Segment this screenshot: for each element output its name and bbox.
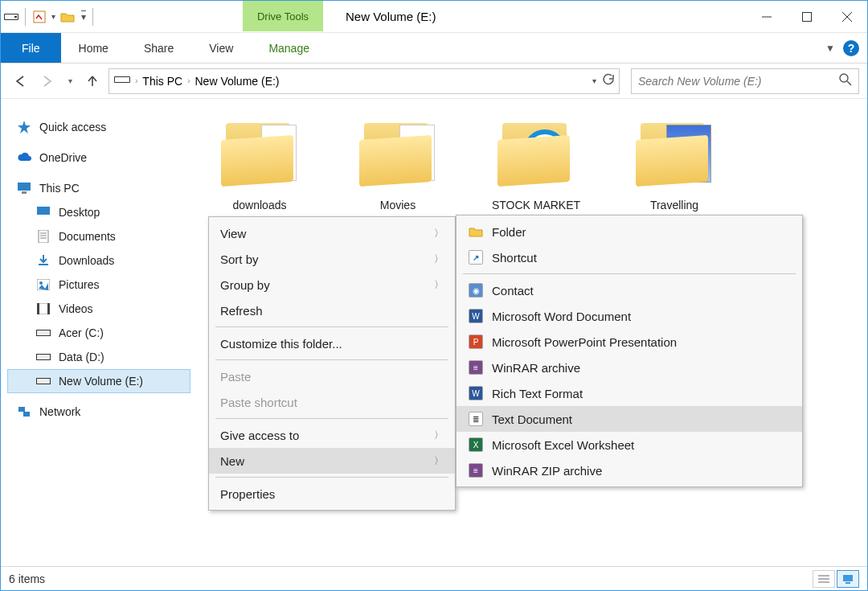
menu-item-sort-by[interactable]: Sort by〉 [209,246,455,272]
sidebar-item-label: Downloads [59,254,114,267]
submenu-item-shortcut[interactable]: ↗Shortcut [457,244,802,270]
svg-rect-16 [39,230,48,243]
forward-button[interactable] [36,70,59,92]
sidebar-item-label: New Volume (E:) [59,375,143,388]
folder-icon [468,224,484,240]
chevron-right-icon: 〉 [434,227,444,240]
close-button[interactable] [827,1,867,32]
svg-rect-24 [47,303,50,314]
sidebar-item-data-d[interactable]: Data (D:) [7,345,190,369]
view-details-button[interactable] [813,570,835,588]
menu-item-give-access[interactable]: Give access to〉 [209,422,455,448]
tab-share[interactable]: Share [126,33,191,63]
sidebar-item-onedrive[interactable]: OneDrive [7,146,190,170]
sidebar-item-network[interactable]: Network [7,400,190,424]
menu-item-customize[interactable]: Customize this folder... [209,330,455,356]
svg-point-10 [840,74,848,82]
search-input[interactable] [638,75,839,88]
pictures-icon [36,277,51,292]
breadcrumb-current[interactable]: New Volume (E:) [194,75,279,88]
tab-view[interactable]: View [191,33,251,63]
up-button[interactable] [81,70,104,92]
sidebar-item-acer-c[interactable]: Acer (C:) [7,321,190,345]
refresh-icon[interactable] [601,73,614,88]
submenu-item-contact[interactable]: ◉Contact [457,277,802,303]
qat-dropdown-icon[interactable]: ▾ [51,12,55,21]
svg-rect-5 [803,12,812,21]
svg-line-11 [847,81,851,85]
help-icon[interactable]: ? [843,40,859,56]
menu-item-view[interactable]: View〉 [209,220,455,246]
sidebar-item-label: Quick access [39,121,106,133]
sidebar-item-videos[interactable]: Videos [7,297,190,321]
videos-icon [36,302,51,316]
folder-icon [636,115,713,192]
menu-item-new[interactable]: New〉 [209,448,455,474]
sidebar-item-this-pc[interactable]: This PC [7,176,190,200]
search-box[interactable] [631,68,859,94]
maximize-button[interactable] [787,1,827,32]
desktop-icon [36,205,51,220]
menu-item-group-by[interactable]: Group by〉 [209,272,455,298]
submenu-item-zip[interactable]: ≡WinRAR ZIP archive [457,458,802,483]
status-bar: 6 items [1,566,867,590]
cloud-icon [17,150,31,165]
folder-item[interactable]: STOCK MARKET [481,115,591,211]
sidebar-item-new-volume-e[interactable]: New Volume (E:) [7,369,190,393]
submenu-item-excel[interactable]: XMicrosoft Excel Worksheet [457,432,802,458]
navigation-pane: Quick access OneDrive This PC Desktop Do… [1,99,190,566]
submenu-item-word[interactable]: WMicrosoft Word Document [457,303,802,329]
search-icon[interactable] [839,73,852,88]
back-button[interactable] [9,70,31,92]
submenu-item-powerpoint[interactable]: PMicrosoft PowerPoint Presentation [457,329,802,355]
folder-item[interactable]: Movies [343,115,452,211]
folder-item[interactable]: downloads [205,115,314,211]
menu-item-properties[interactable]: Properties [209,481,455,507]
archive-icon: ≡ [468,359,484,376]
address-bar[interactable]: › This PC › New Volume (E:) ▾ [108,68,620,94]
folder-item[interactable]: Travelling [620,115,729,211]
properties-icon[interactable] [32,10,47,24]
folder-icon [221,115,298,192]
drive-icon[interactable] [4,10,18,24]
content-pane[interactable]: downloads Movies STOCK MARKET Travelling… [190,99,867,566]
submenu-item-folder[interactable]: Folder [457,219,802,244]
sidebar-item-label: Data (D:) [59,351,104,363]
sidebar-item-downloads[interactable]: Downloads [7,248,190,273]
breadcrumb-root[interactable]: This PC [142,75,182,88]
sidebar-item-desktop[interactable]: Desktop [7,200,190,224]
sidebar-item-label: Acer (C:) [59,326,104,339]
tab-home[interactable]: Home [61,33,126,63]
sidebar-item-quick-access[interactable]: Quick access [7,115,190,139]
svg-marker-12 [18,121,31,133]
chevron-right-icon[interactable]: › [187,76,190,85]
rtf-icon: W [468,385,484,401]
zip-icon: ≡ [468,462,484,478]
submenu-item-text[interactable]: ≣Text Document [457,406,802,432]
svg-rect-28 [37,355,50,359]
svg-rect-23 [37,303,39,314]
quick-access-toolbar: ▾ ▾ [1,1,98,32]
sidebar-item-label: Documents [59,230,116,243]
sidebar-item-pictures[interactable]: Pictures [7,273,190,297]
qat-chevron-icon[interactable]: ▾ [81,10,86,23]
menu-item-refresh[interactable]: Refresh [209,298,455,323]
chevron-right-icon[interactable]: › [135,76,137,85]
submenu-item-winrar[interactable]: ≡WinRAR archive [457,355,802,380]
sidebar-item-documents[interactable]: Documents [7,224,190,248]
status-item-count: 6 items [9,573,45,585]
chevron-right-icon: 〉 [434,454,444,468]
word-icon: W [468,308,484,324]
menu-separator [215,326,448,327]
tab-manage[interactable]: Manage [251,33,327,63]
recent-locations-button[interactable]: ▾ [63,70,76,92]
breadcrumb-dropdown-icon[interactable]: ▾ [592,76,596,85]
tab-file[interactable]: File [1,33,61,63]
submenu-item-rtf[interactable]: WRich Text Format [457,380,802,406]
drive-icon [36,326,51,340]
minimize-button[interactable] [747,1,787,32]
folder-icon[interactable] [60,10,75,24]
star-icon [17,120,31,134]
view-large-icons-button[interactable] [837,570,859,588]
ribbon-expand-icon[interactable]: ▼ [825,43,835,54]
